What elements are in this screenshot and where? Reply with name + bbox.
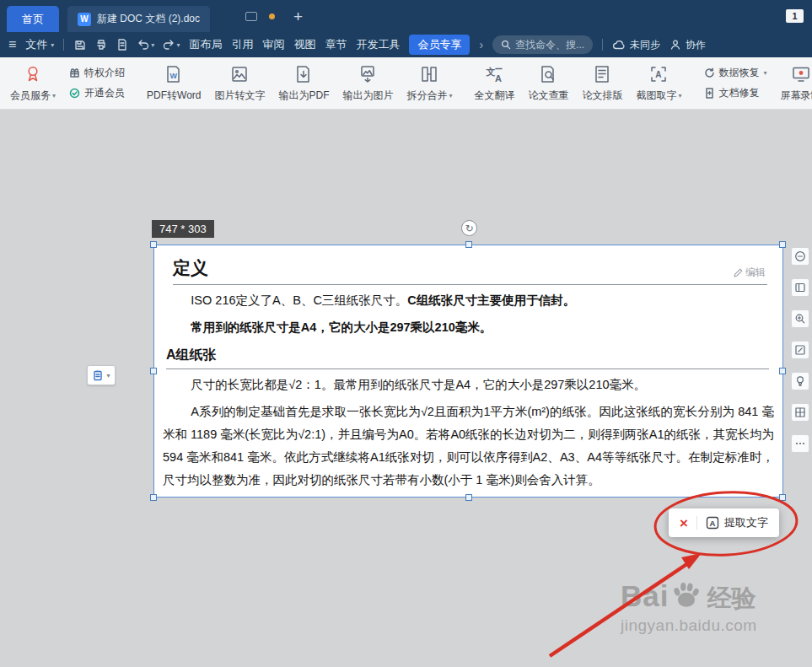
recovery-group: 数据恢复 ▾ 文档修复	[697, 66, 774, 100]
export-image-button[interactable]: 输出为图片	[336, 59, 400, 108]
tab-switcher-icon[interactable]	[245, 12, 257, 21]
resize-handle-mid-left[interactable]	[150, 368, 157, 374]
edit-image-button[interactable]: 编辑	[733, 266, 766, 280]
svg-text:A: A	[656, 70, 662, 79]
join-member-button[interactable]: 开通会员	[69, 86, 125, 100]
resize-handle-bottom-right[interactable]	[779, 494, 786, 501]
chevron-down-icon[interactable]: ▾	[176, 41, 180, 49]
image-to-text-button[interactable]: 图片转文字	[207, 59, 272, 108]
member-links-group: 特权介绍 开通会员	[62, 66, 132, 100]
pdf-to-word-label: PDF转Word	[147, 89, 201, 103]
watermark-url: jingyan.baidu.com	[621, 616, 757, 635]
image-to-text-icon	[229, 64, 250, 84]
paper-check-icon	[538, 64, 558, 84]
command-search-box[interactable]: 查找命令、搜...	[492, 35, 593, 54]
doc-repair-label: 文档修复	[719, 86, 760, 100]
new-tab-button[interactable]: +	[293, 8, 303, 24]
document-canvas[interactable]: 747 * 303 ↻ 定义 ISO 216定义了A、B、C三组纸张尺寸。C组纸…	[0, 110, 812, 667]
redo-button[interactable]: ▾	[162, 38, 180, 51]
data-recovery-button[interactable]: 数据恢复 ▾	[704, 66, 767, 80]
resize-handle-bottom-left[interactable]	[150, 494, 157, 501]
unsaved-indicator-dot	[269, 13, 275, 19]
divider	[602, 39, 603, 51]
hamburger-icon[interactable]: ≡	[8, 38, 16, 51]
menu-tab-section[interactable]: 章节	[325, 37, 347, 52]
medal-icon	[23, 64, 43, 84]
file-menu-label: 文件	[25, 37, 47, 52]
selected-image[interactable]: 定义 ISO 216定义了A、B、C三组纸张尺寸。C组纸张尺寸主要使用于信封。 …	[153, 245, 783, 498]
member-service-label: 会员服务	[10, 89, 51, 103]
full-translate-label: 全文翻译	[474, 89, 514, 103]
watermark-brand-prefix: Bai	[621, 581, 669, 611]
resize-handle-top-left[interactable]	[150, 241, 157, 248]
edit-shape-button[interactable]	[791, 341, 809, 359]
menu-tab-devtools[interactable]: 开发工具	[356, 37, 400, 52]
home-tab[interactable]: 首页	[7, 6, 59, 32]
menu-tab-references[interactable]: 引用	[231, 37, 253, 52]
export-pdf-button[interactable]: 输出为PDF	[272, 59, 336, 108]
paper-check-button[interactable]: 论文查重	[521, 59, 575, 108]
translate-icon: 文A	[484, 64, 504, 84]
chevron-down-icon[interactable]: ▾	[151, 41, 154, 49]
capture-text-button[interactable]: A 截图取字▾	[629, 59, 688, 108]
menu-bar: ≡ 文件 ▾ ▾ ▾ 面布局 引用 审阅	[0, 32, 812, 57]
redo-icon	[162, 38, 175, 51]
document-tab-title: 新建 DOC 文档 (2).doc	[97, 12, 200, 26]
layout-grid-button[interactable]	[791, 403, 809, 422]
screen-record-button[interactable]: 屏幕录制	[774, 59, 812, 108]
collapse-panel-button[interactable]	[791, 247, 809, 266]
extract-text-icon: A	[706, 516, 719, 530]
baidu-paw-icon	[671, 580, 702, 611]
resize-handle-mid-right[interactable]	[779, 368, 786, 374]
more-tools-button[interactable]	[791, 434, 809, 453]
zoom-button[interactable]	[791, 309, 809, 328]
window-count-badge[interactable]: 1	[786, 9, 804, 23]
image-paragraph-4: A系列的制定基础首先是求取一张长宽比为√2且面积为1平方米(m²)的纸张。因此这…	[163, 401, 774, 492]
doc-repair-button[interactable]: 文档修复	[704, 86, 767, 100]
quick-access-toolbar: ▾ ▾	[73, 38, 180, 51]
tips-button[interactable]	[791, 372, 809, 390]
close-icon[interactable]: ×	[680, 516, 688, 530]
paste-options-button[interactable]: ▾	[87, 365, 116, 385]
file-menu[interactable]: 文件 ▾	[25, 37, 54, 52]
format-panel-button[interactable]	[791, 278, 809, 297]
collaborate-button[interactable]: 协作	[669, 38, 706, 52]
printer-icon	[94, 38, 108, 51]
edit-square-icon	[794, 344, 806, 356]
image-paragraph-3: 尺寸的长宽比都是√2：1。最常用到的纸张尺寸是A4，它的大小是297乘以210毫…	[163, 374, 774, 396]
save-button[interactable]	[73, 38, 87, 51]
image-heading-definition: 定义	[173, 258, 767, 285]
document-tab[interactable]: W 新建 DOC 文档 (2).doc	[67, 6, 210, 32]
menu-tab-review[interactable]: 审阅	[262, 37, 284, 52]
sync-status[interactable]: 未同步	[612, 38, 660, 52]
svg-text:W: W	[170, 72, 178, 80]
member-service-button[interactable]: 会员服务▾	[3, 59, 62, 108]
paper-layout-icon	[592, 64, 612, 84]
resize-handle-bottom-center[interactable]	[465, 494, 472, 501]
chevron-down-icon: ▾	[449, 92, 452, 100]
chevron-down-icon: ▾	[51, 41, 54, 49]
split-merge-icon	[419, 64, 439, 84]
resize-handle-top-right[interactable]	[779, 241, 786, 248]
paper-layout-button[interactable]: 论文排版	[575, 59, 629, 108]
undo-button[interactable]: ▾	[137, 38, 154, 51]
rotate-handle[interactable]: ↻	[461, 220, 477, 236]
image-heading-a-series: A组纸张	[166, 347, 769, 369]
privilege-intro-button[interactable]: 特权介绍	[69, 66, 125, 80]
menu-tab-page-layout[interactable]: 面布局	[189, 37, 222, 52]
more-tabs-button[interactable]: ›	[479, 38, 483, 51]
person-icon	[669, 39, 681, 51]
pdf-to-word-button[interactable]: W PDF转Word	[140, 59, 207, 108]
split-merge-button[interactable]: 拆分合并▾	[400, 59, 459, 108]
menu-tab-view[interactable]: 视图	[293, 37, 315, 52]
print-preview-button[interactable]	[116, 38, 129, 51]
screen-record-icon	[791, 64, 811, 84]
svg-text:A: A	[710, 519, 716, 528]
print-button[interactable]	[94, 38, 108, 51]
menu-tab-vip[interactable]: 会员专享	[409, 35, 470, 55]
gift-icon	[69, 67, 80, 78]
extract-text-button[interactable]: A 提取文字	[706, 515, 768, 530]
export-pdf-label: 输出为PDF	[278, 89, 329, 103]
resize-handle-top-center[interactable]	[465, 241, 472, 248]
full-translate-button[interactable]: 文A 全文翻译	[467, 59, 521, 108]
